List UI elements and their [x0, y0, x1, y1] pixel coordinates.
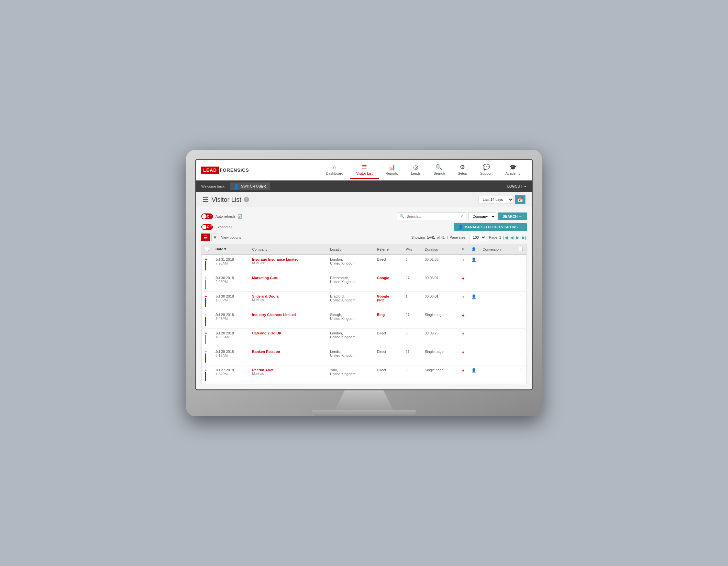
row-conversion — [480, 310, 515, 328]
add-button[interactable]: + — [462, 368, 465, 373]
nav-label-setup: Setup — [458, 172, 467, 175]
nav-item-academy[interactable]: 🎓 Academy — [499, 161, 527, 179]
table-row: + Jul 27 2018 1:34PM Recruit Alive Multi… — [202, 365, 526, 384]
row-referrer: Bing — [374, 310, 403, 328]
search-clear-button[interactable]: ✕ — [460, 214, 463, 219]
th-edit: ✏ — [459, 244, 468, 255]
company-link[interactable]: Marketing Guru — [252, 276, 324, 280]
help-icon[interactable]: ? — [244, 197, 249, 202]
table-row: + Jul 31 2018 7:20AM Insurago Insurance … — [202, 255, 526, 273]
row-date: Jul 30 2018 1:00PM — [212, 292, 249, 310]
calendar-button[interactable]: 📅 — [515, 195, 525, 204]
row-referrer: Direct — [374, 365, 403, 384]
add-button[interactable]: + — [462, 331, 465, 336]
table-row: + Jul 28 2018 3:43PM Industry Cleaners L… — [202, 310, 526, 328]
nav-item-setup[interactable]: ⚙ Setup — [451, 161, 474, 179]
row-company: Banken Relation — [249, 347, 327, 365]
expand-button[interactable]: + — [205, 331, 207, 335]
row-referrer: Direct — [374, 255, 403, 273]
row-select: + — [202, 292, 212, 310]
date-filter-select[interactable]: Last 14 days Last 7 days Last 30 days Th… — [479, 196, 513, 204]
auto-refresh-toggle[interactable]: Off — [201, 214, 213, 219]
search-input[interactable] — [406, 215, 458, 218]
search-button[interactable]: SEARCH → — [498, 213, 527, 220]
row-referrer: Google — [374, 273, 403, 292]
row-location: Leeds, United Kingdom — [327, 347, 374, 365]
search-input-wrap: 🔍 ✕ — [397, 213, 466, 220]
date-value: Jul 27 2018 — [215, 368, 246, 372]
row-date: Jul 31 2018 7:20AM — [212, 255, 249, 273]
select-all-checkbox[interactable] — [205, 247, 209, 251]
expand-button[interactable]: + — [205, 368, 207, 372]
nav-item-reports[interactable]: 📊 Reports — [379, 161, 404, 179]
next-page-button[interactable]: ▶ — [515, 235, 520, 240]
header-checkbox[interactable] — [519, 247, 523, 251]
manage-selected-visitors-button[interactable]: 👤 MANAGE SELECTED VISITORS → — [454, 223, 527, 231]
row-menu-button[interactable]: ⋮ — [519, 349, 523, 355]
row-location: Portsmouth, United Kingdom — [327, 273, 374, 292]
row-location: London, United Kingdom — [327, 328, 374, 347]
search-type-select[interactable]: Company Contact URL — [468, 213, 496, 220]
logo[interactable]: LEAD FORENSICS — [201, 167, 249, 174]
nav-item-leads[interactable]: ◎ Leads — [404, 161, 427, 179]
sub-navigation: Welcome back 👤 SWITCH USER LOGOUT → — [196, 181, 532, 192]
switch-user-button[interactable]: 👤 SWITCH USER — [230, 183, 270, 190]
expand-button[interactable]: + — [205, 258, 207, 261]
expand-button[interactable]: + — [205, 313, 207, 316]
prev-page-button[interactable]: ◀ — [510, 235, 514, 240]
row-date: Jul 30 2018 2:05PM — [212, 273, 249, 292]
row-menu-button[interactable]: ⋮ — [519, 276, 523, 281]
list-view-button[interactable]: ≡ — [211, 234, 218, 241]
row-menu: ⋮ — [515, 292, 526, 310]
first-page-button[interactable]: |◀ — [502, 235, 508, 240]
th-conversion: Conversion — [480, 244, 515, 255]
search-icon: 🔍 — [436, 164, 443, 171]
row-referrer: Direct — [374, 328, 403, 347]
row-company: Insurago Insurance Limited Multi visit — [249, 255, 327, 273]
company-link[interactable]: Industry Cleaners Limited — [252, 313, 324, 316]
grid-view-button[interactable]: ☰ — [201, 234, 210, 241]
add-button[interactable]: + — [462, 313, 465, 318]
table-row: + Jul 30 2018 1:00PM Sliders & Doors Mul… — [202, 292, 526, 310]
page-size-select[interactable]: 25 50 100 — [469, 234, 486, 241]
expand-button[interactable]: + — [205, 276, 207, 280]
add-button[interactable]: + — [462, 258, 465, 263]
row-menu-button[interactable]: ⋮ — [519, 368, 523, 373]
main-content: Off Auto refresh 🔄 🔍 ✕ Company — [196, 207, 532, 389]
nav-item-dashboard[interactable]: ⌂ Dashboard — [319, 161, 350, 179]
add-button[interactable]: + — [462, 294, 465, 299]
company-link[interactable]: Banken Relation — [252, 349, 324, 353]
expand-button[interactable]: + — [205, 294, 207, 298]
row-duration: 00:06:01 — [422, 292, 459, 310]
manage-btn-label: MANAGE SELECTED VISITORS → — [464, 225, 522, 229]
company-link[interactable]: Catering 2 Go UK — [252, 331, 324, 335]
row-person: 👤 — [468, 255, 480, 273]
row-menu-button[interactable]: ⋮ — [519, 313, 523, 318]
row-menu: ⋮ — [515, 255, 526, 273]
company-link[interactable]: Sliders & Doors — [252, 294, 324, 298]
row-select: + — [202, 273, 212, 292]
add-button[interactable]: + — [462, 276, 465, 281]
row-menu-button[interactable]: ⋮ — [519, 294, 523, 299]
nav-item-search[interactable]: 🔍 Search — [427, 161, 451, 179]
expand-all-toggle[interactable]: Off — [201, 224, 213, 230]
nav-item-support[interactable]: 💬 Support — [474, 161, 499, 179]
row-menu-button[interactable]: ⋮ — [519, 331, 523, 336]
logout-button[interactable]: LOGOUT → — [507, 184, 527, 188]
expand-button[interactable]: + — [205, 349, 207, 353]
date-value: Jul 30 2018 — [215, 276, 246, 280]
date-value: Jul 30 2018 — [215, 294, 246, 298]
th-date[interactable]: Date ▾ — [212, 244, 249, 255]
company-link[interactable]: Insurago Insurance Limited — [252, 258, 324, 261]
last-page-button[interactable]: ▶| — [521, 235, 527, 240]
search-area: 🔍 ✕ Company Contact URL SEARCH → — [397, 213, 527, 220]
page-title: Visitor List — [212, 196, 241, 204]
add-button[interactable]: + — [462, 349, 465, 355]
row-menu-button[interactable]: ⋮ — [519, 258, 523, 263]
nav-item-visitor-list[interactable]: ☰ Visitor List — [350, 161, 379, 179]
row-location: Bradford, United Kingdom — [327, 292, 374, 310]
table-row: + Jul 30 2018 2:05PM Marketing Guru Port… — [202, 273, 526, 292]
company-link[interactable]: Recruit Alive — [252, 368, 324, 372]
person-icon: 👤 — [471, 368, 476, 372]
table-row: + Jul 28 2018 8:19AM Banken Relation Lee… — [202, 347, 526, 365]
